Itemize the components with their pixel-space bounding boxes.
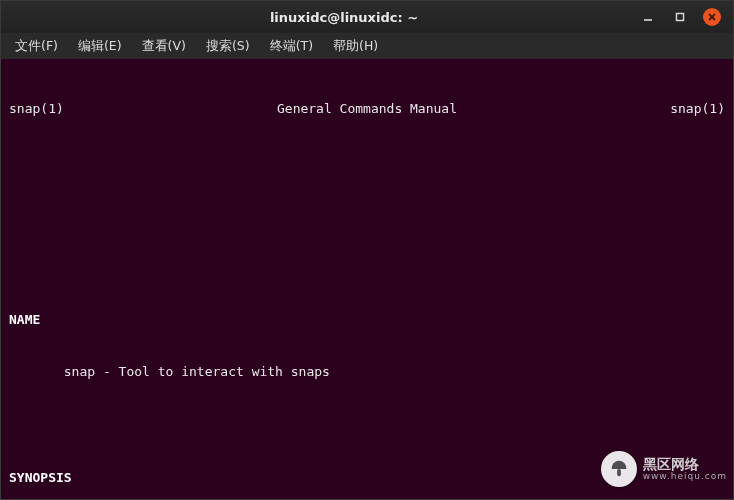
menu-search[interactable]: 搜索(S) [198,35,258,58]
close-icon [706,11,718,23]
watermark: 黑区网络 www.heiqu.com [601,451,727,487]
menu-help[interactable]: 帮助(H) [325,35,386,58]
close-button[interactable] [703,8,721,26]
name-line: snap - Tool to interact with snaps [9,363,725,381]
watermark-icon [601,451,637,487]
section-name: NAME [9,311,725,329]
man-header-right: snap(1) [670,100,725,118]
maximize-icon [674,11,686,23]
window-title: linuxidc@linuxidc: ~ [61,10,627,25]
titlebar: linuxidc@linuxidc: ~ [1,1,733,33]
minimize-button[interactable] [639,8,657,26]
svg-rect-4 [617,469,621,476]
menubar: 文件(F) 编辑(E) 查看(V) 搜索(S) 终端(T) 帮助(H) [1,33,733,59]
svg-rect-1 [677,14,684,21]
watermark-name: 黑区网络 [643,457,727,472]
watermark-url: www.heiqu.com [643,472,727,481]
maximize-button[interactable] [671,8,689,26]
man-header-left: snap(1) [9,100,64,118]
terminal-body[interactable]: snap(1) General Commands Manual snap(1) … [1,59,733,499]
minimize-icon [642,11,654,23]
menu-view[interactable]: 查看(V) [134,35,194,58]
menu-file[interactable]: 文件(F) [7,35,66,58]
man-header: snap(1) General Commands Manual snap(1) [9,100,725,118]
window-controls [627,8,733,26]
menu-edit[interactable]: 编辑(E) [70,35,130,58]
terminal-window: linuxidc@linuxidc: ~ 文件(F) 编辑(E) 查看(V) 搜… [0,0,734,500]
mushroom-icon [608,458,630,480]
menu-terminal[interactable]: 终端(T) [262,35,321,58]
man-header-center: General Commands Manual [277,100,457,118]
